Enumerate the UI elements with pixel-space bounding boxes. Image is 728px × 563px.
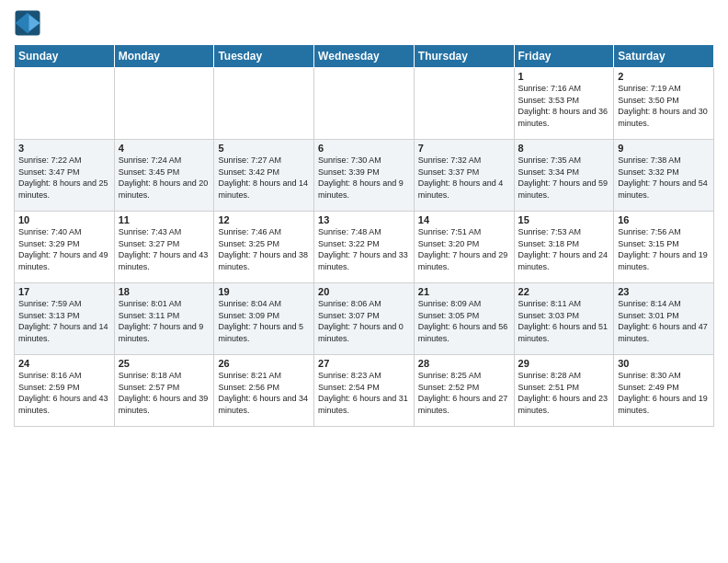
calendar-cell: 2Sunrise: 7:19 AM Sunset: 3:50 PM Daylig… <box>614 68 714 140</box>
calendar-cell: 5Sunrise: 7:27 AM Sunset: 3:42 PM Daylig… <box>214 140 314 212</box>
calendar-header-row: SundayMondayTuesdayWednesdayThursdayFrid… <box>15 45 714 68</box>
day-number: 15 <box>518 214 610 225</box>
day-info: Sunrise: 7:43 AM Sunset: 3:27 PM Dayligh… <box>119 226 210 272</box>
day-number: 20 <box>318 286 410 297</box>
day-info: Sunrise: 7:22 AM Sunset: 3:47 PM Dayligh… <box>18 155 110 201</box>
calendar-cell: 27Sunrise: 8:23 AM Sunset: 2:54 PM Dayli… <box>314 355 415 427</box>
day-number: 29 <box>518 358 610 369</box>
day-info: Sunrise: 8:18 AM Sunset: 2:57 PM Dayligh… <box>119 370 210 416</box>
calendar-cell <box>15 68 115 140</box>
weekday-header: Wednesday <box>314 45 415 68</box>
day-info: Sunrise: 8:28 AM Sunset: 2:51 PM Dayligh… <box>518 370 610 416</box>
calendar-cell: 29Sunrise: 8:28 AM Sunset: 2:51 PM Dayli… <box>514 355 614 427</box>
day-info: Sunrise: 7:40 AM Sunset: 3:29 PM Dayligh… <box>18 226 110 272</box>
day-info: Sunrise: 8:11 AM Sunset: 3:03 PM Dayligh… <box>518 298 610 344</box>
day-number: 12 <box>218 214 310 225</box>
day-info: Sunrise: 8:25 AM Sunset: 2:52 PM Dayligh… <box>418 370 510 416</box>
weekday-header: Tuesday <box>214 45 314 68</box>
day-info: Sunrise: 7:46 AM Sunset: 3:25 PM Dayligh… <box>218 226 310 272</box>
calendar-cell: 30Sunrise: 8:30 AM Sunset: 2:49 PM Dayli… <box>614 355 714 427</box>
day-number: 6 <box>318 143 410 154</box>
calendar-cell: 23Sunrise: 8:14 AM Sunset: 3:01 PM Dayli… <box>614 283 714 355</box>
calendar-cell: 6Sunrise: 7:30 AM Sunset: 3:39 PM Daylig… <box>314 140 415 212</box>
calendar-cell: 26Sunrise: 8:21 AM Sunset: 2:56 PM Dayli… <box>214 355 314 427</box>
day-number: 2 <box>618 71 710 82</box>
weekday-header: Sunday <box>15 45 115 68</box>
calendar-cell: 8Sunrise: 7:35 AM Sunset: 3:34 PM Daylig… <box>514 140 614 212</box>
calendar-cell: 7Sunrise: 7:32 AM Sunset: 3:37 PM Daylig… <box>414 140 514 212</box>
calendar-cell: 24Sunrise: 8:16 AM Sunset: 2:59 PM Dayli… <box>15 355 115 427</box>
day-info: Sunrise: 7:53 AM Sunset: 3:18 PM Dayligh… <box>518 226 610 272</box>
day-info: Sunrise: 7:24 AM Sunset: 3:45 PM Dayligh… <box>119 155 210 201</box>
calendar-cell: 21Sunrise: 8:09 AM Sunset: 3:05 PM Dayli… <box>414 283 514 355</box>
day-number: 11 <box>119 214 210 225</box>
calendar-cell: 11Sunrise: 7:43 AM Sunset: 3:27 PM Dayli… <box>114 212 214 283</box>
day-number: 5 <box>218 143 310 154</box>
calendar-week-row: 17Sunrise: 7:59 AM Sunset: 3:13 PM Dayli… <box>15 283 714 355</box>
day-info: Sunrise: 7:56 AM Sunset: 3:15 PM Dayligh… <box>618 226 710 272</box>
day-info: Sunrise: 8:23 AM Sunset: 2:54 PM Dayligh… <box>318 370 410 416</box>
calendar-cell: 9Sunrise: 7:38 AM Sunset: 3:32 PM Daylig… <box>614 140 714 212</box>
day-info: Sunrise: 7:19 AM Sunset: 3:50 PM Dayligh… <box>618 83 710 129</box>
day-number: 7 <box>418 143 510 154</box>
day-info: Sunrise: 8:09 AM Sunset: 3:05 PM Dayligh… <box>418 298 510 344</box>
day-number: 9 <box>618 143 710 154</box>
calendar-table: SundayMondayTuesdayWednesdayThursdayFrid… <box>14 44 714 427</box>
day-info: Sunrise: 7:35 AM Sunset: 3:34 PM Dayligh… <box>518 155 610 201</box>
day-number: 28 <box>418 358 510 369</box>
day-info: Sunrise: 7:16 AM Sunset: 3:53 PM Dayligh… <box>518 83 610 129</box>
weekday-header: Saturday <box>614 45 714 68</box>
calendar-cell <box>314 68 415 140</box>
calendar-week-row: 1Sunrise: 7:16 AM Sunset: 3:53 PM Daylig… <box>15 68 714 140</box>
calendar-cell <box>214 68 314 140</box>
day-info: Sunrise: 7:48 AM Sunset: 3:22 PM Dayligh… <box>318 226 410 272</box>
day-number: 3 <box>18 143 110 154</box>
calendar-week-row: 10Sunrise: 7:40 AM Sunset: 3:29 PM Dayli… <box>15 212 714 283</box>
day-number: 27 <box>318 358 410 369</box>
day-info: Sunrise: 7:59 AM Sunset: 3:13 PM Dayligh… <box>18 298 110 344</box>
logo <box>14 9 45 37</box>
calendar-cell: 25Sunrise: 8:18 AM Sunset: 2:57 PM Dayli… <box>114 355 214 427</box>
day-number: 19 <box>218 286 310 297</box>
calendar-week-row: 24Sunrise: 8:16 AM Sunset: 2:59 PM Dayli… <box>15 355 714 427</box>
day-info: Sunrise: 8:30 AM Sunset: 2:49 PM Dayligh… <box>618 370 710 416</box>
day-info: Sunrise: 7:32 AM Sunset: 3:37 PM Dayligh… <box>418 155 510 201</box>
calendar-cell: 28Sunrise: 8:25 AM Sunset: 2:52 PM Dayli… <box>414 355 514 427</box>
day-number: 10 <box>18 214 110 225</box>
day-info: Sunrise: 7:38 AM Sunset: 3:32 PM Dayligh… <box>618 155 710 201</box>
calendar-cell <box>414 68 514 140</box>
day-number: 26 <box>218 358 310 369</box>
calendar-cell: 1Sunrise: 7:16 AM Sunset: 3:53 PM Daylig… <box>514 68 614 140</box>
calendar-cell: 18Sunrise: 8:01 AM Sunset: 3:11 PM Dayli… <box>114 283 214 355</box>
logo-icon <box>14 9 41 37</box>
calendar-cell: 20Sunrise: 8:06 AM Sunset: 3:07 PM Dayli… <box>314 283 415 355</box>
calendar-cell: 15Sunrise: 7:53 AM Sunset: 3:18 PM Dayli… <box>514 212 614 283</box>
calendar-cell: 14Sunrise: 7:51 AM Sunset: 3:20 PM Dayli… <box>414 212 514 283</box>
day-number: 24 <box>18 358 110 369</box>
day-info: Sunrise: 8:04 AM Sunset: 3:09 PM Dayligh… <box>218 298 310 344</box>
calendar-cell: 10Sunrise: 7:40 AM Sunset: 3:29 PM Dayli… <box>15 212 115 283</box>
calendar-cell: 19Sunrise: 8:04 AM Sunset: 3:09 PM Dayli… <box>214 283 314 355</box>
day-number: 16 <box>618 214 710 225</box>
weekday-header: Friday <box>514 45 614 68</box>
day-info: Sunrise: 8:06 AM Sunset: 3:07 PM Dayligh… <box>318 298 410 344</box>
day-info: Sunrise: 7:27 AM Sunset: 3:42 PM Dayligh… <box>218 155 310 201</box>
day-info: Sunrise: 8:16 AM Sunset: 2:59 PM Dayligh… <box>18 370 110 416</box>
day-number: 13 <box>318 214 410 225</box>
calendar-cell: 17Sunrise: 7:59 AM Sunset: 3:13 PM Dayli… <box>15 283 115 355</box>
header <box>14 9 714 37</box>
calendar-cell: 3Sunrise: 7:22 AM Sunset: 3:47 PM Daylig… <box>15 140 115 212</box>
weekday-header: Monday <box>114 45 214 68</box>
day-info: Sunrise: 8:01 AM Sunset: 3:11 PM Dayligh… <box>119 298 210 344</box>
calendar-cell <box>114 68 214 140</box>
day-info: Sunrise: 7:51 AM Sunset: 3:20 PM Dayligh… <box>418 226 510 272</box>
day-number: 30 <box>618 358 710 369</box>
calendar-cell: 22Sunrise: 8:11 AM Sunset: 3:03 PM Dayli… <box>514 283 614 355</box>
day-info: Sunrise: 8:14 AM Sunset: 3:01 PM Dayligh… <box>618 298 710 344</box>
calendar-cell: 16Sunrise: 7:56 AM Sunset: 3:15 PM Dayli… <box>614 212 714 283</box>
day-number: 25 <box>119 358 210 369</box>
day-number: 4 <box>119 143 210 154</box>
day-info: Sunrise: 7:30 AM Sunset: 3:39 PM Dayligh… <box>318 155 410 201</box>
day-number: 14 <box>418 214 510 225</box>
day-info: Sunrise: 8:21 AM Sunset: 2:56 PM Dayligh… <box>218 370 310 416</box>
